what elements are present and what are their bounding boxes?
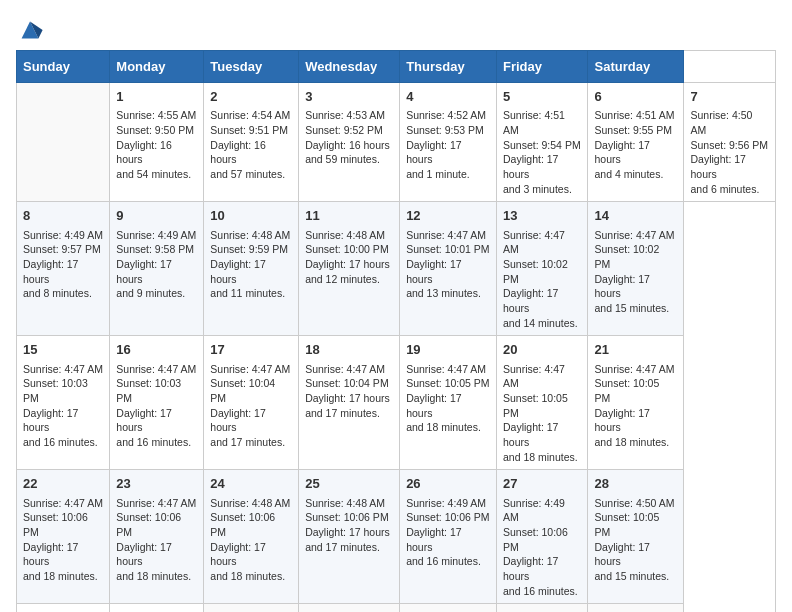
calendar-cell: 12Sunrise: 4:47 AMSunset: 10:01 PMDaylig… [400,202,497,336]
day-info: and 18 minutes. [210,570,285,582]
day-info: and 17 minutes. [305,407,380,419]
day-info: Daylight: 17 hours [594,273,649,300]
calendar-cell [400,604,497,612]
day-info: and 12 minutes. [305,273,380,285]
day-info: and 18 minutes. [594,436,669,448]
day-info: Daylight: 17 hours [116,541,171,568]
day-number: 7 [690,88,769,106]
day-info: Sunrise: 4:48 AM [210,497,290,509]
day-info: Daylight: 17 hours [210,407,265,434]
day-info: Daylight: 17 hours [406,139,461,166]
calendar-cell: 13Sunrise: 4:47 AMSunset: 10:02 PMDaylig… [497,202,588,336]
day-info: Sunset: 9:58 PM [116,243,194,255]
day-info: Sunset: 10:06 PM [23,511,88,538]
day-info: Sunset: 10:05 PM [594,511,659,538]
day-info: Daylight: 17 hours [116,258,171,285]
day-info: Sunset: 10:00 PM [305,243,388,255]
day-info: Sunrise: 4:49 AM [406,497,486,509]
day-info: Sunrise: 4:47 AM [23,497,103,509]
calendar-cell [497,604,588,612]
calendar-cell: 14Sunrise: 4:47 AMSunset: 10:02 PMDaylig… [588,202,684,336]
day-info: and 1 minute. [406,168,470,180]
day-info: Daylight: 17 hours [305,526,390,538]
day-info: Daylight: 16 hours [305,139,390,151]
day-info: Sunrise: 4:47 AM [210,363,290,375]
day-info: Sunrise: 4:49 AM [503,497,565,524]
day-number: 21 [594,341,677,359]
calendar-cell [299,604,400,612]
day-info: Daylight: 17 hours [503,421,558,448]
day-info: Sunset: 10:02 PM [594,243,659,270]
calendar-cell: 3Sunrise: 4:53 AMSunset: 9:52 PMDaylight… [299,83,400,202]
day-info: Sunrise: 4:48 AM [305,229,385,241]
day-number: 10 [210,207,292,225]
day-info: Daylight: 17 hours [503,153,558,180]
calendar-cell: 22Sunrise: 4:47 AMSunset: 10:06 PMDaylig… [17,470,110,604]
col-header-friday: Friday [497,51,588,83]
logo [16,16,48,44]
day-info: Sunrise: 4:54 AM [210,109,290,121]
calendar-cell: 24Sunrise: 4:48 AMSunset: 10:06 PMDaylig… [204,470,299,604]
day-info: and 6 minutes. [690,183,759,195]
day-number: 19 [406,341,490,359]
calendar-cell: 17Sunrise: 4:47 AMSunset: 10:04 PMDaylig… [204,336,299,470]
day-info: Sunrise: 4:48 AM [210,229,290,241]
day-info: and 59 minutes. [305,153,380,165]
day-info: Sunset: 9:56 PM [690,139,768,151]
day-number: 23 [116,475,197,493]
day-info: Daylight: 17 hours [23,407,78,434]
day-info: Sunrise: 4:47 AM [116,497,196,509]
day-info: Daylight: 17 hours [690,153,745,180]
day-info: Daylight: 17 hours [210,258,265,285]
day-info: Sunrise: 4:53 AM [305,109,385,121]
day-info: Daylight: 17 hours [594,541,649,568]
day-info: and 54 minutes. [116,168,191,180]
day-info: Daylight: 17 hours [305,258,390,270]
day-info: Sunset: 9:51 PM [210,124,288,136]
day-info: Sunrise: 4:47 AM [116,363,196,375]
day-info: Sunrise: 4:47 AM [23,363,103,375]
day-info: Daylight: 17 hours [210,541,265,568]
day-info: and 16 minutes. [23,436,98,448]
day-info: Sunset: 10:05 PM [503,392,568,419]
day-info: and 3 minutes. [503,183,572,195]
day-info: Sunset: 9:55 PM [594,124,672,136]
day-info: Daylight: 17 hours [305,392,390,404]
day-info: Sunrise: 4:47 AM [503,229,565,256]
calendar-cell: 16Sunrise: 4:47 AMSunset: 10:03 PMDaylig… [110,336,204,470]
day-info: and 9 minutes. [116,287,185,299]
col-header-sunday: Sunday [17,51,110,83]
col-header-wednesday: Wednesday [299,51,400,83]
day-number: 17 [210,341,292,359]
day-number: 13 [503,207,581,225]
day-number: 24 [210,475,292,493]
day-info: Sunrise: 4:49 AM [23,229,103,241]
day-info: Sunrise: 4:47 AM [406,229,486,241]
day-info: Sunset: 10:06 PM [210,511,275,538]
calendar-cell: 19Sunrise: 4:47 AMSunset: 10:05 PMDaylig… [400,336,497,470]
day-info: Sunset: 10:05 PM [594,377,659,404]
day-info: and 4 minutes. [594,168,663,180]
calendar-cell: 21Sunrise: 4:47 AMSunset: 10:05 PMDaylig… [588,336,684,470]
calendar-cell: 18Sunrise: 4:47 AMSunset: 10:04 PMDaylig… [299,336,400,470]
calendar-cell [17,83,110,202]
calendar-cell: 7Sunrise: 4:50 AMSunset: 9:56 PMDaylight… [684,83,776,202]
day-info: and 16 minutes. [406,555,481,567]
calendar-cell: 10Sunrise: 4:48 AMSunset: 9:59 PMDayligh… [204,202,299,336]
day-info: and 13 minutes. [406,287,481,299]
day-info: Sunset: 10:06 PM [503,526,568,553]
day-info: and 11 minutes. [210,287,285,299]
day-number: 1 [116,88,197,106]
day-number: 2 [210,88,292,106]
calendar-cell: 2Sunrise: 4:54 AMSunset: 9:51 PMDaylight… [204,83,299,202]
day-number: 16 [116,341,197,359]
col-header-monday: Monday [110,51,204,83]
calendar-cell [588,604,684,612]
day-number: 18 [305,341,393,359]
day-info: Sunset: 9:57 PM [23,243,101,255]
calendar-cell: 30Sunrise: 4:51 AMSunset: 10:05 PMDaylig… [110,604,204,612]
day-number: 3 [305,88,393,106]
calendar-cell: 6Sunrise: 4:51 AMSunset: 9:55 PMDaylight… [588,83,684,202]
calendar-cell: 4Sunrise: 4:52 AMSunset: 9:53 PMDaylight… [400,83,497,202]
day-info: and 14 minutes. [503,317,578,329]
